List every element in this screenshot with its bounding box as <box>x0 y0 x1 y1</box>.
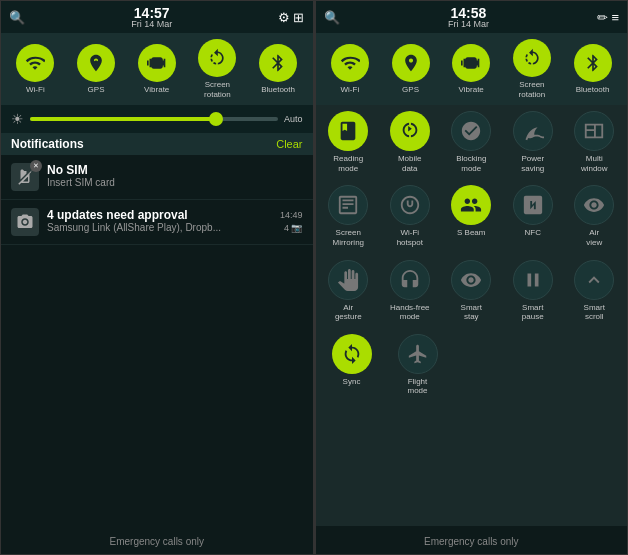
qs-screen-mirroring[interactable]: ScreenMirroring <box>322 185 374 247</box>
hands-free-circle <box>390 260 430 300</box>
qs-smart-pause[interactable]: Smartpause <box>507 260 559 322</box>
vibrate-circle-left <box>138 44 176 82</box>
smart-scroll-circle <box>574 260 614 300</box>
flight-mode-circle <box>398 334 438 374</box>
brightness-thumb-left <box>209 112 223 126</box>
brightness-auto-left: Auto <box>284 114 303 124</box>
qs-multi-window[interactable]: Multiwindow <box>568 111 620 173</box>
bluetooth-label-left: Bluetooth <box>261 85 295 95</box>
nfc-label: NFC <box>525 228 541 238</box>
notif-content-nosim: No SIM Insert SIM card <box>47 163 303 188</box>
left-emergency-text: Emergency calls only <box>110 536 204 547</box>
notifications-clear[interactable]: Clear <box>276 138 302 150</box>
wifi-circle-left <box>16 44 54 82</box>
qs-flight-mode[interactable]: Flightmode <box>392 334 444 396</box>
gps-label-right: GPS <box>402 85 419 95</box>
notifications-header: Notifications Clear <box>1 133 313 155</box>
wifi-circle-right <box>331 44 369 82</box>
smart-stay-circle <box>451 260 491 300</box>
nfc-circle <box>513 185 553 225</box>
nosim-x: ✕ <box>30 160 42 172</box>
bluetooth-label-right: Bluetooth <box>576 85 610 95</box>
qs-blocking-mode[interactable]: Blockingmode <box>445 111 497 173</box>
qs-smart-scroll[interactable]: Smartscroll <box>568 260 620 322</box>
toggle-wifi-left[interactable]: Wi-Fi <box>16 44 54 95</box>
toggle-bluetooth-right[interactable]: Bluetooth <box>574 44 612 95</box>
toggle-gps-left[interactable]: GPS <box>77 44 115 95</box>
updates-badge: 4 📷 <box>284 223 303 233</box>
mobile-data-label: Mobiledata <box>398 154 422 173</box>
qs-mobile-data[interactable]: Mobiledata <box>384 111 436 173</box>
s-beam-label: S Beam <box>457 228 485 238</box>
right-bottom-bar: Emergency calls only <box>316 526 628 554</box>
qs-power-saving[interactable]: Powersaving <box>507 111 559 173</box>
hands-free-label: Hands-freemode <box>390 303 430 322</box>
toggle-vibrate-left[interactable]: Vibrate <box>138 44 176 95</box>
left-toggle-row: Wi-Fi GPS Vibrate Screenrotation <box>5 39 309 99</box>
qs-nfc[interactable]: NFC <box>507 185 559 247</box>
brightness-icon-left: ☀ <box>11 111 24 127</box>
search-icon-left[interactable]: 🔍 <box>9 10 25 25</box>
reading-mode-label: Readingmode <box>333 154 363 173</box>
mobile-data-circle <box>390 111 430 151</box>
notif-item-nosim[interactable]: ✕ No SIM Insert SIM card <box>1 155 313 200</box>
right-time: 14:58 <box>451 6 487 20</box>
qs-row-4: Sync Flightmode <box>316 328 628 402</box>
gps-label-left: GPS <box>88 85 105 95</box>
nosim-title: No SIM <box>47 163 303 177</box>
qs-air-view[interactable]: Airview <box>568 185 620 247</box>
notif-item-updates[interactable]: 4 updates need approval 14:49 Samsung Li… <box>1 200 313 245</box>
toggle-bluetooth-left[interactable]: Bluetooth <box>259 44 297 95</box>
smart-pause-label: Smartpause <box>522 303 544 322</box>
right-toggle-row: Wi-Fi GPS Vibrate Screenrotation <box>320 39 624 99</box>
rotation-label-left: Screenrotation <box>204 80 231 99</box>
toggle-vibrate-right[interactable]: Vibrate <box>452 44 490 95</box>
left-panel: 🔍 14:57 Fri 14 Mar ⚙ ⊞ Wi-Fi GPS <box>0 0 314 555</box>
right-emergency-text: Emergency calls only <box>424 536 518 547</box>
notifications-list: ✕ No SIM Insert SIM card 4 updates need … <box>1 155 313 526</box>
s-beam-circle <box>451 185 491 225</box>
qs-hands-free[interactable]: Hands-freemode <box>384 260 436 322</box>
right-status-center: 14:58 Fri 14 Mar <box>448 6 489 29</box>
screen-mirroring-label: ScreenMirroring <box>332 228 364 247</box>
qs-s-beam[interactable]: S Beam <box>445 185 497 247</box>
right-panel: 🔍 14:58 Fri 14 Mar ✏ ≡ Wi-Fi GPS <box>315 0 629 555</box>
brightness-slider-left[interactable] <box>30 117 278 121</box>
settings-icon-left[interactable]: ⚙ <box>278 10 290 25</box>
reading-mode-circle <box>328 111 368 151</box>
list-icon-right[interactable]: ≡ <box>611 10 619 25</box>
screen-mirroring-circle <box>328 185 368 225</box>
updates-title-row: 4 updates need approval 14:49 <box>47 208 303 222</box>
right-date: Fri 14 Mar <box>448 20 489 29</box>
qs-sync[interactable]: Sync <box>326 334 378 396</box>
rotation-label-right: Screenrotation <box>519 80 546 99</box>
right-status-bar: 🔍 14:58 Fri 14 Mar ✏ ≡ <box>316 1 628 33</box>
qs-row-1: Readingmode Mobiledata Blockingmode Powe… <box>316 105 628 179</box>
blocking-mode-circle <box>451 111 491 151</box>
qs-smart-stay[interactable]: Smartstay <box>445 260 497 322</box>
qs-row-3: Airgesture Hands-freemode Smartstay Smar… <box>316 254 628 328</box>
qs-air-gesture[interactable]: Airgesture <box>322 260 374 322</box>
grid-icon-left[interactable]: ⊞ <box>293 10 304 25</box>
left-status-right: ⚙ ⊞ <box>278 10 304 25</box>
power-saving-label: Powersaving <box>521 154 544 173</box>
left-date: Fri 14 Mar <box>131 20 172 29</box>
toggle-rotation-left[interactable]: Screenrotation <box>198 39 236 99</box>
rotation-circle-left <box>198 39 236 77</box>
bluetooth-circle-right <box>574 44 612 82</box>
qs-reading-mode[interactable]: Readingmode <box>322 111 374 173</box>
search-icon-right[interactable]: 🔍 <box>324 10 340 25</box>
multi-window-label: Multiwindow <box>581 154 608 173</box>
toggle-gps-right[interactable]: GPS <box>392 44 430 95</box>
brightness-bar-left: ☀ Auto <box>1 105 313 133</box>
notif-icon-nosim: ✕ <box>11 163 39 191</box>
blocking-mode-label: Blockingmode <box>456 154 486 173</box>
toggle-rotation-right[interactable]: Screenrotation <box>513 39 551 99</box>
notif-icon-updates <box>11 208 39 236</box>
notifications-title: Notifications <box>11 137 84 151</box>
pencil-icon-right[interactable]: ✏ <box>597 10 608 25</box>
right-status-left: 🔍 <box>324 10 340 25</box>
toggle-wifi-right[interactable]: Wi-Fi <box>331 44 369 95</box>
qs-wifi-hotspot[interactable]: Wi-Fihotspot <box>384 185 436 247</box>
smart-pause-circle <box>513 260 553 300</box>
